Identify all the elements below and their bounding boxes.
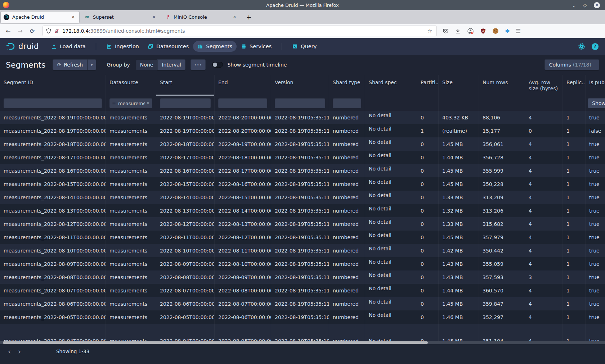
extension-asterisk-icon[interactable]: ✱: [505, 28, 510, 35]
nav-item-load-data[interactable]: Load data: [47, 41, 90, 52]
column-header-version[interactable]: Version: [271, 75, 329, 96]
previous-page-icon[interactable]: ‹: [4, 348, 14, 355]
table-row[interactable]: measurements_2022-08-17T00:00:00.000Z...…: [0, 151, 605, 164]
table-cell: 1.33 MB: [439, 191, 479, 204]
column-header-segment-id[interactable]: Segment ID: [0, 75, 106, 96]
table-row[interactable]: measurements_2022-08-19T00:00:00.000Z...…: [0, 111, 605, 124]
ublock-origin-icon[interactable]: uO: [480, 28, 486, 34]
column-header-start[interactable]: Start: [156, 75, 215, 96]
table-row[interactable]: measurements_2022-08-06T00:00:00.000Z...…: [0, 297, 605, 310]
table-cell: true: [586, 204, 605, 217]
filter-input[interactable]: [218, 98, 267, 108]
column-header-datasource[interactable]: Datasource: [106, 75, 156, 96]
nav-item-services[interactable]: Services: [237, 41, 276, 52]
forward-icon[interactable]: →: [14, 28, 26, 35]
horizontal-scrollbar-track[interactable]: [0, 341, 605, 344]
column-header-shard-spec[interactable]: Shard spec: [365, 75, 417, 96]
is-published-filter-button[interactable]: Show: [588, 98, 605, 108]
table-cell: 0: [417, 284, 439, 297]
filter-input[interactable]: [333, 98, 361, 108]
table-row[interactable]: measurements_2022-08-18T00:00:00.000Z...…: [0, 137, 605, 151]
nav-item-ingestion[interactable]: Ingestion: [102, 41, 143, 52]
table-row[interactable]: measurements_2022-08-13T00:00:00.000Z...…: [0, 204, 605, 217]
table-row[interactable]: measurements_2022-08-16T00:00:00.000Z...…: [0, 164, 605, 177]
bookmark-star-icon[interactable]: ☆: [426, 28, 434, 34]
remove-filter-icon[interactable]: ✕: [145, 101, 150, 106]
table-row[interactable]: measurements_2022-08-14T00:00:00.000Z...…: [0, 191, 605, 204]
downloads-icon[interactable]: [455, 28, 461, 34]
tab-minio-console[interactable]: MinIO Console ✕: [162, 12, 241, 23]
table-row[interactable]: measurements_2022-08-07T00:00:00.000Z...…: [0, 284, 605, 297]
close-tab-icon[interactable]: ✕: [151, 14, 157, 20]
filter-cell: [525, 96, 563, 111]
table-cell: 2022-08-06T00:00:00.0...: [215, 310, 271, 324]
window-maximize-icon[interactable]: ◇: [583, 3, 587, 8]
filter-input[interactable]: [4, 98, 102, 108]
reload-icon[interactable]: ⟳: [26, 28, 38, 35]
window-close-icon[interactable]: ✕: [594, 2, 600, 8]
shield-icon[interactable]: [46, 28, 51, 34]
back-icon[interactable]: ←: [2, 28, 14, 35]
table-cell: 4: [525, 137, 563, 151]
close-tab-icon[interactable]: ✕: [232, 14, 238, 20]
column-header-size[interactable]: Size: [439, 75, 479, 96]
hamburger-menu-icon[interactable]: ☰: [516, 28, 521, 35]
group-by-none-button[interactable]: None: [136, 59, 158, 70]
new-tab-button[interactable]: +: [243, 13, 255, 22]
column-header-num-rows[interactable]: Num rows: [479, 75, 525, 96]
cookie-extension-icon[interactable]: [492, 28, 499, 34]
url-bar[interactable]: 172.18.0.4:30899/unified-console.html#se…: [42, 26, 437, 36]
table-row[interactable]: measurements_2022-08-11T00:00:00.000Z...…: [0, 231, 605, 244]
column-header-partiti[interactable]: Partiti...: [417, 75, 439, 96]
table-row[interactable]: measurements_2022-08-08T00:00:00.000Z...…: [0, 270, 605, 284]
window-minimize-icon[interactable]: ⌄: [572, 3, 576, 8]
column-header-replic[interactable]: Replic...: [563, 75, 586, 96]
filter-input[interactable]: =measurements✕: [109, 98, 152, 108]
refresh-caret-button[interactable]: ▾: [87, 59, 96, 70]
table-cell: No detail: [365, 297, 417, 310]
table-row[interactable]: measurements_2022-08-12T00:00:00.000Z...…: [0, 217, 605, 231]
table-cell: measurements_2022-08-14T00:00:00.000Z...: [0, 191, 106, 204]
table-cell: 359,847: [479, 297, 525, 310]
filter-cell: Show: [586, 96, 605, 111]
extension-account-icon[interactable]: [467, 28, 474, 35]
table-cell: 2022-08-19T00:00:00.0...: [156, 111, 215, 124]
more-options-button[interactable]: •••: [191, 59, 206, 70]
columns-button[interactable]: Columns (17/18): [544, 59, 599, 70]
horizontal-scrollbar-thumb[interactable]: [3, 341, 428, 344]
nav-item-datasources[interactable]: Datasources: [143, 41, 193, 52]
table-cell: 2022-08-20T00:00:00.0...: [215, 124, 271, 137]
url-text[interactable]: 172.18.0.4:30899/unified-console.html#se…: [62, 28, 426, 34]
settings-gear-icon[interactable]: [578, 43, 585, 50]
close-tab-icon[interactable]: ✕: [70, 14, 76, 20]
nav-item-segments[interactable]: Segments: [193, 41, 237, 52]
table-cell: 2022-08-19T05:35:11.6...: [271, 177, 329, 191]
window-title: Apache Druid — Mozilla Firefox: [0, 3, 605, 8]
help-icon[interactable]: ?: [592, 43, 599, 50]
insecure-lock-icon[interactable]: [54, 28, 59, 34]
table-cell: 1.45 MB: [439, 231, 479, 244]
table-row[interactable]: measurements_2022-08-04T00:00:00.000Z...…: [0, 324, 605, 341]
filter-input[interactable]: [160, 98, 211, 108]
table-row[interactable]: measurements_2022-08-19T00:00:00.000Z...…: [0, 124, 605, 137]
column-header-avg-row-size-bytes[interactable]: Avg. row size (bytes): [525, 75, 563, 96]
window-titlebar: Apache Druid — Mozilla Firefox ⌄ ◇ ✕: [0, 0, 605, 10]
column-header-end[interactable]: End: [215, 75, 271, 96]
nav-item-query[interactable]: Query: [288, 41, 321, 52]
refresh-button[interactable]: ⟳ Refresh: [53, 59, 87, 70]
table-row[interactable]: measurements_2022-08-15T00:00:00.000Z...…: [0, 177, 605, 191]
table-row[interactable]: measurements_2022-08-10T00:00:00.000Z...…: [0, 244, 605, 257]
table-cell: 4: [525, 191, 563, 204]
group-by-interval-button[interactable]: Interval: [157, 59, 185, 70]
next-page-icon[interactable]: ›: [14, 348, 24, 355]
table-row[interactable]: measurements_2022-08-09T00:00:00.000Z...…: [0, 257, 605, 270]
pocket-icon[interactable]: [443, 28, 449, 34]
column-header-is-published[interactable]: Is published: [586, 75, 605, 96]
tab-superset[interactable]: ∞ Superset ✕: [81, 12, 160, 23]
filter-input[interactable]: [275, 98, 325, 108]
tab-apache-druid[interactable]: Ɔ Apache Druid ✕: [1, 12, 79, 23]
segment-timeline-toggle[interactable]: [212, 62, 223, 68]
table-row[interactable]: measurements_2022-08-05T00:00:00.000Z...…: [0, 310, 605, 324]
column-header-shard-type[interactable]: Shard type: [329, 75, 365, 96]
druid-logo[interactable]: druid: [5, 42, 39, 51]
